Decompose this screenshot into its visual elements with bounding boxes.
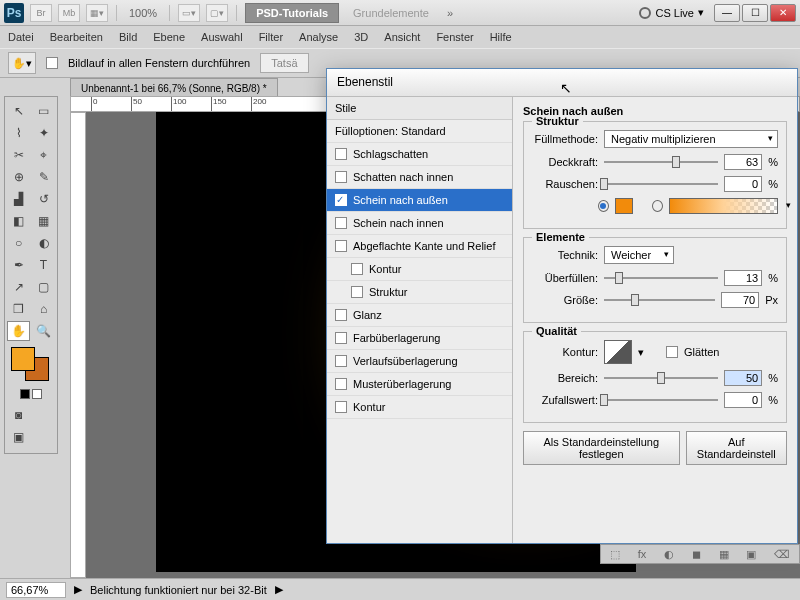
style-checkbox[interactable] (351, 263, 363, 275)
menu-bild[interactable]: Bild (119, 31, 137, 43)
bridge-button[interactable]: Br (30, 4, 52, 22)
delete-layer-icon[interactable]: ⌫ (774, 548, 790, 561)
size-input[interactable]: 70 (721, 292, 759, 308)
move-tool[interactable]: ↖ (7, 101, 30, 121)
style-checkbox[interactable] (335, 240, 347, 252)
menu-bearbeiten[interactable]: Bearbeiten (50, 31, 103, 43)
reset-default-button[interactable]: Auf Standardeinstell (686, 431, 788, 465)
workspace-grundelemente[interactable]: Grundelemente (345, 4, 437, 22)
crop-tool[interactable]: ✂ (7, 145, 30, 165)
adjustment-layer-icon[interactable]: ◼ (692, 548, 701, 561)
opacity-slider[interactable] (604, 154, 718, 170)
brush-tool[interactable]: ✎ (32, 167, 55, 187)
spread-slider[interactable] (604, 270, 718, 286)
scroll-all-checkbox[interactable] (46, 57, 58, 69)
camera-tool[interactable]: ⌂ (32, 299, 55, 319)
eraser-tool[interactable]: ◧ (7, 211, 30, 231)
gradient-tool[interactable]: ▦ (32, 211, 55, 231)
style-item-3[interactable]: Schein nach innen (327, 212, 512, 235)
color-swatches[interactable] (11, 347, 51, 383)
jitter-slider[interactable] (604, 392, 718, 408)
screenmode-button[interactable]: ▣ (7, 427, 30, 447)
style-item-1[interactable]: Schatten nach innen (327, 166, 512, 189)
document-tab[interactable]: Unbenannt-1 bei 66,7% (Sonne, RGB/8) * (70, 78, 278, 98)
menu-3d[interactable]: 3D (354, 31, 368, 43)
swap-colors-icon[interactable] (32, 389, 42, 399)
style-checkbox[interactable] (335, 355, 347, 367)
noise-input[interactable]: 0 (724, 176, 762, 192)
dodge-tool[interactable]: ◐ (32, 233, 55, 253)
marquee-tool[interactable]: ▭ (32, 101, 55, 121)
style-item-5[interactable]: Kontur (327, 258, 512, 281)
antialias-checkbox[interactable] (666, 346, 678, 358)
wand-tool[interactable]: ✦ (32, 123, 55, 143)
shape-tool[interactable]: ▢ (32, 277, 55, 297)
menu-ansicht[interactable]: Ansicht (384, 31, 420, 43)
style-item-11[interactable]: Kontur (327, 396, 512, 419)
menu-hilfe[interactable]: Hilfe (490, 31, 512, 43)
screenmode-button[interactable]: ▢▾ (206, 4, 228, 22)
group-icon[interactable]: ▦ (719, 548, 729, 561)
style-item-0[interactable]: Schlagschatten (327, 143, 512, 166)
fill-options-item[interactable]: Fülloptionen: Standard (327, 120, 512, 143)
glow-gradient[interactable] (669, 198, 778, 214)
style-item-6[interactable]: Struktur (327, 281, 512, 304)
minibridge-button[interactable]: Mb (58, 4, 80, 22)
range-input[interactable]: 50 (724, 370, 762, 386)
style-checkbox[interactable] (335, 378, 347, 390)
style-checkbox[interactable] (335, 148, 347, 160)
ruler-vertical[interactable] (70, 112, 86, 578)
menu-auswahl[interactable]: Auswahl (201, 31, 243, 43)
styles-header[interactable]: Stile (327, 97, 512, 120)
menu-filter[interactable]: Filter (259, 31, 283, 43)
fit-button[interactable]: Tatsä (260, 53, 308, 73)
path-tool[interactable]: ↗ (7, 277, 30, 297)
history-brush-tool[interactable]: ↺ (32, 189, 55, 209)
menu-fenster[interactable]: Fenster (436, 31, 473, 43)
style-item-4[interactable]: Abgeflachte Kante und Relief (327, 235, 512, 258)
type-tool[interactable]: T (32, 255, 55, 275)
lasso-tool[interactable]: ⌇ (7, 123, 30, 143)
foreground-color[interactable] (11, 347, 35, 371)
noise-slider[interactable] (604, 176, 718, 192)
style-checkbox[interactable] (335, 194, 347, 206)
close-button[interactable]: ✕ (770, 4, 796, 22)
link-layers-icon[interactable]: ⬚ (610, 548, 620, 561)
layer-style-icon[interactable]: fx (638, 548, 647, 560)
gradient-radio[interactable] (652, 200, 663, 212)
layer-mask-icon[interactable]: ◐ (664, 548, 674, 561)
pen-tool[interactable]: ✒ (7, 255, 30, 275)
range-slider[interactable] (604, 370, 718, 386)
make-default-button[interactable]: Als Standardeinstellung festlegen (523, 431, 680, 465)
eyedropper-tool[interactable]: ⌖ (32, 145, 55, 165)
technique-select[interactable]: Weicher (604, 246, 674, 264)
blur-tool[interactable]: ○ (7, 233, 30, 253)
maximize-button[interactable]: ☐ (742, 4, 768, 22)
view-extras-button[interactable]: ▦▾ (86, 4, 108, 22)
jitter-input[interactable]: 0 (724, 392, 762, 408)
minimize-button[interactable]: — (714, 4, 740, 22)
spread-input[interactable]: 13 (724, 270, 762, 286)
color-radio[interactable] (598, 200, 609, 212)
3d-tool[interactable]: ❒ (7, 299, 30, 319)
style-checkbox[interactable] (335, 401, 347, 413)
style-item-2[interactable]: Schein nach außen (327, 189, 512, 212)
menu-datei[interactable]: Datei (8, 31, 34, 43)
hand-tool[interactable]: ✋ (7, 321, 30, 341)
zoom-tool[interactable]: 🔍 (32, 321, 55, 341)
style-item-10[interactable]: Musterüberlagerung (327, 373, 512, 396)
size-slider[interactable] (604, 292, 715, 308)
arrange-button[interactable]: ▭▾ (178, 4, 200, 22)
workspace-psd-tutorials[interactable]: PSD-Tutorials (245, 3, 339, 23)
healing-tool[interactable]: ⊕ (7, 167, 30, 187)
style-checkbox[interactable] (335, 217, 347, 229)
style-item-9[interactable]: Verlaufsüberlagerung (327, 350, 512, 373)
zoom-level[interactable]: 100% (125, 7, 161, 19)
cslive-button[interactable]: CS Live (655, 7, 694, 19)
contour-picker[interactable] (604, 340, 632, 364)
style-item-8[interactable]: Farbüberlagerung (327, 327, 512, 350)
opacity-input[interactable]: 63 (724, 154, 762, 170)
fillmethod-select[interactable]: Negativ multiplizieren (604, 130, 778, 148)
default-colors-icon[interactable] (20, 389, 30, 399)
style-checkbox[interactable] (351, 286, 363, 298)
